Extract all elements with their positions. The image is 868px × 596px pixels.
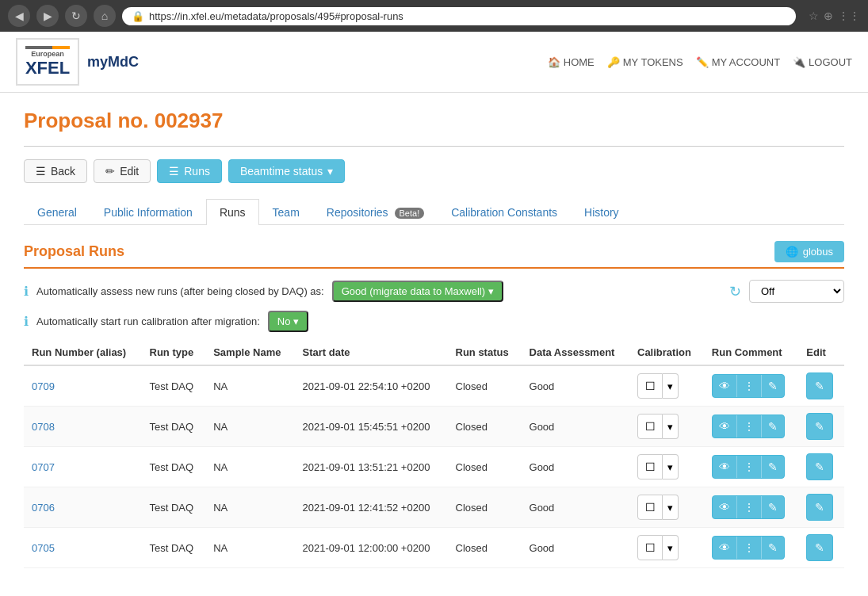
edit-comment-btn[interactable]: ✎ [762, 415, 784, 437]
cell-sample-name: NA [205, 365, 294, 407]
calib-checkbox-btn[interactable]: ☐ [637, 535, 663, 560]
more-comment-btn[interactable]: ⋮ [737, 537, 762, 559]
table-row: 0706 Test DAQ NA 2021-09-01 12:41:52 +02… [24, 487, 844, 528]
nav-account[interactable]: ✏️ MY ACCOUNT [696, 56, 780, 68]
nav-logout[interactable]: 🔌 LOGOUT [793, 56, 852, 68]
calib-caret-btn[interactable]: ▾ [663, 495, 679, 520]
calib-caret-btn[interactable]: ▾ [663, 373, 679, 399]
cell-run-type: Test DAQ [142, 407, 206, 447]
list-icon: ☰ [169, 165, 179, 178]
cell-data-assessment: Good [522, 447, 629, 487]
edit-row-btn[interactable]: ✎ [806, 372, 833, 399]
run-link[interactable]: 0708 [32, 421, 55, 433]
col-calibration: Calibration [629, 340, 704, 365]
tab-calibration-constants[interactable]: Calibration Constants [438, 199, 571, 225]
calib-checkbox-btn[interactable]: ☐ [637, 373, 663, 399]
home-icon: 🏠 [548, 56, 560, 68]
edit-row-btn[interactable]: ✎ [806, 534, 833, 561]
edit-row-btn[interactable]: ✎ [806, 453, 833, 480]
calibration-dropdown: ☐ ▾ [637, 495, 696, 520]
edit-comment-btn[interactable]: ✎ [762, 456, 784, 478]
tab-runs[interactable]: Runs [206, 199, 259, 225]
refresh-button[interactable]: ↻ [729, 283, 741, 300]
table-row: 0708 Test DAQ NA 2021-09-01 15:45:51 +02… [24, 407, 844, 447]
tab-team[interactable]: Team [259, 199, 313, 225]
calib-checkbox-btn[interactable]: ☐ [637, 495, 663, 520]
info-icon-2: ℹ [24, 314, 29, 329]
nav-tokens[interactable]: 🔑 MY TOKENS [607, 56, 683, 68]
cell-calibration: ☐ ▾ [629, 528, 704, 568]
calib-checkbox-btn[interactable]: ☐ [637, 454, 663, 479]
extensions-icon: ⋮⋮ [838, 10, 860, 22]
edit-comment-btn[interactable]: ✎ [762, 496, 784, 518]
run-comment-actions: 👁 ⋮ ✎ [712, 495, 785, 519]
view-comment-btn[interactable]: 👁 [713, 375, 737, 397]
cell-sample-name: NA [205, 487, 294, 528]
runs-button[interactable]: ☰ Runs [157, 159, 222, 183]
calib-checkbox-btn[interactable]: ☐ [637, 414, 663, 439]
view-comment-btn[interactable]: 👁 [713, 415, 737, 437]
back-button[interactable]: ☰ Back [24, 159, 87, 183]
auto-calib-dropdown[interactable]: No [268, 311, 309, 332]
table-row: 0705 Test DAQ NA 2021-09-01 12:00:00 +02… [24, 528, 844, 568]
view-comment-btn[interactable]: 👁 [713, 537, 737, 559]
beamtime-status-button[interactable]: Beamtime status ▾ [228, 159, 345, 183]
cell-run-status: Closed [448, 447, 522, 487]
run-link[interactable]: 0706 [32, 502, 55, 514]
edit-comment-btn[interactable]: ✎ [762, 537, 784, 559]
calibration-dropdown: ☐ ▾ [637, 414, 696, 439]
auto-assess-dropdown[interactable]: Good (migrate data to Maxwell) [332, 281, 503, 302]
tab-repositories[interactable]: Repositories Beta! [313, 199, 438, 225]
browser-extra-icons: ☆ ⊕ ⋮⋮ [809, 10, 860, 22]
calib-caret-btn[interactable]: ▾ [663, 454, 679, 479]
globus-button[interactable]: 🌐 globus [774, 241, 844, 262]
cell-run-type: Test DAQ [142, 487, 206, 528]
view-comment-btn[interactable]: 👁 [713, 496, 737, 518]
edit-row-btn[interactable]: ✎ [806, 413, 833, 440]
more-comment-btn[interactable]: ⋮ [737, 496, 762, 518]
off-dropdown[interactable]: Off On [749, 280, 844, 303]
edit-row-btn[interactable]: ✎ [806, 494, 833, 521]
nav-home[interactable]: 🏠 HOME [548, 56, 595, 68]
key-icon: 🔑 [607, 56, 620, 68]
cell-edit: ✎ [798, 365, 844, 407]
cell-sample-name: NA [205, 528, 294, 568]
cell-run-comment: 👁 ⋮ ✎ [704, 365, 799, 407]
browser-bar: ◀ ▶ ↻ ⌂ 🔒 https://in.xfel.eu/metadata/pr… [0, 0, 868, 32]
run-link[interactable]: 0707 [32, 461, 55, 473]
cell-run-comment: 👁 ⋮ ✎ [704, 447, 799, 487]
run-link[interactable]: 0709 [32, 380, 55, 392]
tab-general[interactable]: General [24, 199, 90, 225]
cell-start-date: 2021-09-01 15:45:51 +0200 [295, 407, 448, 447]
col-start-date: Start date [295, 340, 448, 365]
cell-start-date: 2021-09-01 12:41:52 +0200 [295, 487, 448, 528]
cell-calibration: ☐ ▾ [629, 447, 704, 487]
run-link[interactable]: 0705 [32, 542, 55, 554]
calibration-dropdown: ☐ ▾ [637, 535, 696, 560]
browser-back-btn[interactable]: ◀ [8, 5, 30, 27]
cell-sample-name: NA [205, 447, 294, 487]
browser-forward-btn[interactable]: ▶ [36, 5, 59, 27]
more-comment-btn[interactable]: ⋮ [737, 456, 762, 478]
view-comment-btn[interactable]: 👁 [713, 456, 737, 478]
runs-table: Run Number (alias) Run type Sample Name … [24, 340, 844, 568]
more-comment-btn[interactable]: ⋮ [737, 375, 762, 397]
tab-public-info[interactable]: Public Information [90, 199, 206, 225]
logo-accent [25, 46, 70, 49]
more-comment-btn[interactable]: ⋮ [737, 415, 762, 437]
cell-run-status: Closed [448, 528, 522, 568]
run-comment-actions: 👁 ⋮ ✎ [712, 374, 785, 398]
edit-comment-btn[interactable]: ✎ [762, 375, 784, 397]
col-data-assessment: Data Assessment [522, 340, 629, 365]
tab-history[interactable]: History [571, 199, 633, 225]
calib-caret-btn[interactable]: ▾ [663, 535, 679, 560]
cell-data-assessment: Good [522, 487, 629, 528]
edit-button[interactable]: ✏ Edit [94, 159, 151, 183]
col-run-type: Run type [142, 340, 206, 365]
browser-refresh-btn[interactable]: ↻ [65, 5, 87, 27]
cell-run-comment: 👁 ⋮ ✎ [704, 487, 799, 528]
calib-caret-btn[interactable]: ▾ [663, 414, 679, 439]
table-header-row: Run Number (alias) Run type Sample Name … [24, 340, 844, 365]
account-icon: ✏️ [696, 56, 709, 68]
browser-home-btn[interactable]: ⌂ [94, 5, 116, 27]
